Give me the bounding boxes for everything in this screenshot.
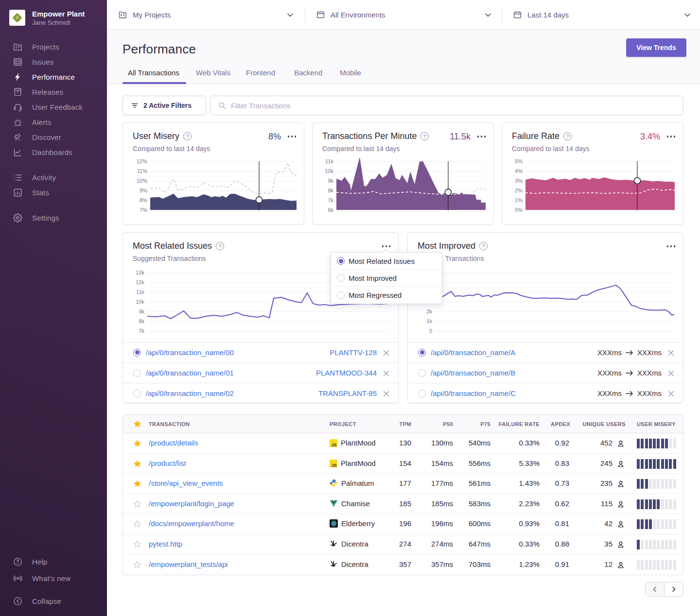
svg-text:7%: 7% (140, 207, 147, 213)
svg-text:10%: 10% (137, 178, 147, 184)
svg-text:11k: 11k (325, 158, 333, 164)
svg-text:2%: 2% (515, 188, 523, 193)
svg-text:12k: 12k (136, 279, 144, 285)
svg-text:1%: 1% (515, 197, 523, 203)
svg-text:13k: 13k (136, 270, 144, 275)
svg-text:9%: 9% (140, 188, 147, 193)
svg-text:7k: 7k (328, 197, 333, 203)
svg-text:12%: 12% (137, 158, 147, 164)
svg-text:8%: 8% (140, 197, 147, 203)
svg-text:1k: 1k (426, 318, 432, 324)
svg-text:10k: 10k (325, 168, 333, 174)
svg-text:5%: 5% (515, 158, 523, 164)
svg-text:2k: 2k (426, 308, 432, 314)
svg-text:8k: 8k (328, 188, 333, 193)
svg-text:7k: 7k (139, 328, 144, 334)
svg-text:3%: 3% (515, 178, 523, 184)
svg-text:11k: 11k (136, 289, 144, 295)
svg-text:0%: 0% (515, 207, 523, 213)
svg-text:11%: 11% (137, 168, 147, 174)
svg-text:4%: 4% (515, 168, 523, 174)
svg-text:9k: 9k (328, 178, 333, 184)
svg-text:8k: 8k (139, 318, 144, 324)
svg-text:6k: 6k (328, 207, 333, 213)
svg-text:9k: 9k (139, 308, 144, 314)
svg-text:10k: 10k (136, 299, 144, 305)
svg-text:0: 0 (429, 328, 432, 334)
